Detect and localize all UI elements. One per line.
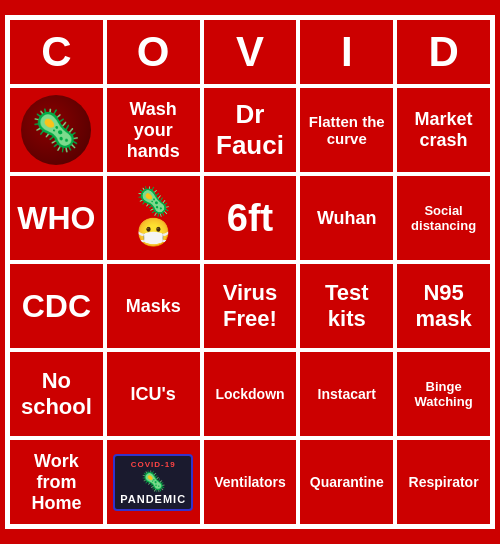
cell-r5c1[interactable]: Work from Home [8,438,105,526]
6ft-text: 6ft [227,197,273,240]
mask-emoji: 😷 [136,218,171,249]
cell-r4c3[interactable]: Lockdown [202,350,299,438]
cell-r2c5[interactable]: Social distancing [395,174,492,262]
header-v: V [202,18,299,86]
cell-r3c3[interactable]: Virus Free! [202,262,299,350]
header-i: I [298,18,395,86]
instacart-text: Instacart [318,386,376,402]
wuhan-text: Wuhan [317,208,377,229]
cell-r5c2[interactable]: COVID-19 🦠 PANDEMIC [105,438,202,526]
cell-r4c5[interactable]: Binge Watching [395,350,492,438]
cell-r4c4[interactable]: Instacart [298,350,395,438]
respirator-text: Respirator [409,474,479,490]
n95-mask-text: N95 mask [401,280,486,332]
cell-r2c2[interactable]: 🦠 😷 [105,174,202,262]
covid-label: COVID-19 [131,460,176,469]
quarantine-text: Quarantine [310,474,384,490]
cell-r5c3[interactable]: Ventilators [202,438,299,526]
test-kits-text: Test kits [304,280,389,332]
header-c: C [8,18,105,86]
header-d: D [395,18,492,86]
cell-r4c1[interactable]: No school [8,350,105,438]
market-crash-text: Market crash [401,109,486,151]
binge-watching-text: Binge Watching [401,379,486,409]
cell-r2c3[interactable]: 6ft [202,174,299,262]
no-school-text: No school [14,368,99,420]
cell-r1c5[interactable]: Market crash [395,86,492,174]
cell-r1c4[interactable]: Flatten the curve [298,86,395,174]
virus-free-text: Virus Free! [208,280,293,332]
cell-r3c4[interactable]: Test kits [298,262,395,350]
cell-r3c2[interactable]: Masks [105,262,202,350]
cell-r5c5[interactable]: Respirator [395,438,492,526]
pandemic-icon: 🦠 [141,469,166,493]
pandemic-label: PANDEMIC [120,493,186,505]
ventilators-text: Ventilators [214,474,286,490]
social-distancing-text: Social distancing [401,203,486,233]
work-from-home-text: Work from Home [14,451,99,514]
icus-text: ICU's [131,384,176,405]
header-o: O [105,18,202,86]
cell-r4c2[interactable]: ICU's [105,350,202,438]
flatten-curve-text: Flatten the curve [304,113,389,147]
cell-r2c1[interactable]: WHO [8,174,105,262]
emoji-stack: 🦠 😷 [136,187,171,249]
bingo-grid: Wash your hands Dr Fauci Flatten the cur… [8,86,492,526]
cell-r3c5[interactable]: N95 mask [395,262,492,350]
cell-r3c1[interactable]: CDC [8,262,105,350]
bingo-card: C O V I D Wash your hands Dr Fauci Flatt… [5,15,495,529]
cell-r2c4[interactable]: Wuhan [298,174,395,262]
lockdown-text: Lockdown [215,386,284,402]
virus-emoji: 🦠 [136,187,171,218]
cell-r1c3[interactable]: Dr Fauci [202,86,299,174]
bingo-header: C O V I D [8,18,492,86]
wash-hands-text: Wash your hands [111,99,196,162]
masks-text: Masks [126,296,181,317]
who-text: WHO [17,200,95,237]
cell-r1c1[interactable] [8,86,105,174]
dr-fauci-text: Dr Fauci [208,99,293,161]
coronavirus-image [21,95,91,165]
cell-r5c4[interactable]: Quarantine [298,438,395,526]
cell-r1c2[interactable]: Wash your hands [105,86,202,174]
cdc-text: CDC [22,288,91,325]
pandemic-badge: COVID-19 🦠 PANDEMIC [113,454,193,511]
